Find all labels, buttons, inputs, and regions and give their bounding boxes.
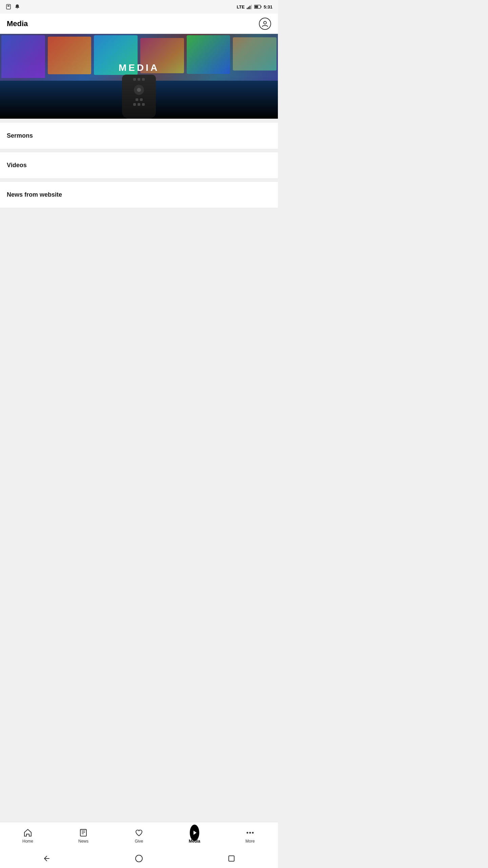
battery-icon xyxy=(254,5,262,9)
svg-rect-5 xyxy=(249,6,250,9)
svg-rect-2 xyxy=(8,5,9,6)
sermons-label: Sermons xyxy=(7,132,33,139)
svg-rect-3 xyxy=(247,8,248,9)
time-display: 5:31 xyxy=(264,4,272,9)
hero-banner: MEDIA xyxy=(0,34,278,119)
hero-remote xyxy=(122,75,156,119)
svg-rect-1 xyxy=(7,5,8,6)
hero-title: MEDIA xyxy=(119,62,159,73)
content-area: Sermons Videos News from website xyxy=(0,119,278,215)
sermons-menu-item[interactable]: Sermons xyxy=(0,123,278,149)
status-bar-left xyxy=(5,4,20,10)
svg-point-10 xyxy=(264,21,266,24)
videos-menu-item[interactable]: Videos xyxy=(0,152,278,179)
svg-rect-0 xyxy=(6,4,11,9)
sim-icon xyxy=(5,4,12,10)
news-from-website-label: News from website xyxy=(7,191,62,198)
news-from-website-menu-item[interactable]: News from website xyxy=(0,181,278,208)
profile-button[interactable] xyxy=(259,18,271,30)
videos-label: Videos xyxy=(7,162,27,169)
signal-bars-icon xyxy=(247,4,252,9)
page-title: Media xyxy=(7,19,28,28)
status-bar: LTE 5:31 xyxy=(0,0,278,14)
svg-rect-6 xyxy=(251,5,252,9)
notification-icon xyxy=(14,4,20,10)
status-bar-right: LTE 5:31 xyxy=(237,4,272,9)
svg-rect-8 xyxy=(261,6,261,8)
svg-rect-9 xyxy=(255,6,258,8)
svg-rect-4 xyxy=(248,7,249,9)
lte-label: LTE xyxy=(237,4,245,9)
app-bar: Media xyxy=(0,14,278,34)
